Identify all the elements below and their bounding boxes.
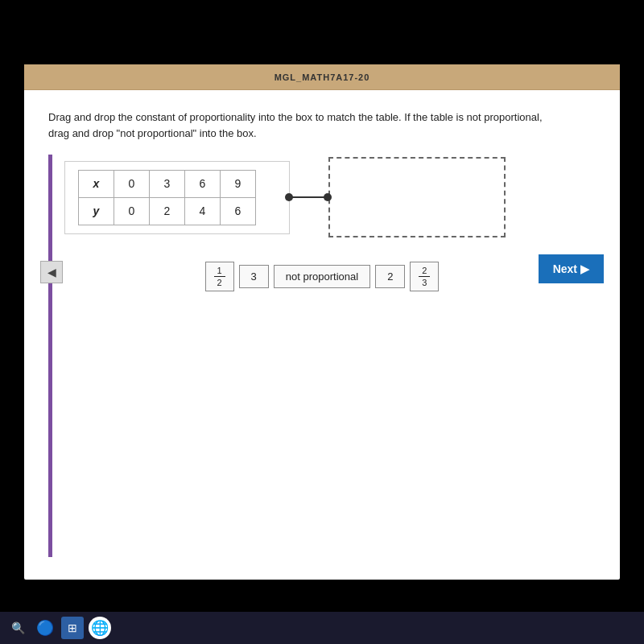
table-header-y: y [79, 197, 114, 225]
data-table-container: x 0 3 6 9 y 0 2 4 6 [64, 161, 290, 234]
black-top-bar [0, 0, 644, 64]
fraction-denominator-2: 3 [422, 278, 427, 287]
table-cell-y0: 0 [114, 197, 150, 225]
top-navigation-bar: MGL_MATH7A17-20 [24, 64, 620, 90]
back-button[interactable]: ◀ [40, 261, 63, 283]
drag-options-area: 1 2 3 not proportional 2 2 3 [48, 262, 596, 291]
table-cell-x9: 9 [221, 170, 256, 197]
connector-left-dot [285, 193, 293, 201]
table-cell-y4: 4 [185, 197, 221, 225]
drag-option-twothirds[interactable]: 2 3 [410, 262, 439, 291]
drag-option-half[interactable]: 1 2 [205, 262, 234, 291]
content-area: Drag and drop the constant of proportion… [24, 90, 620, 308]
drag-option-2[interactable]: 2 [375, 265, 405, 288]
fraction-numerator-2: 2 [422, 266, 427, 275]
answer-drop-box[interactable] [328, 157, 506, 237]
table-and-drop-area: x 0 3 6 9 y 0 2 4 6 [64, 157, 596, 237]
next-button[interactable]: Next ▶ [539, 254, 604, 283]
table-cell-y6: 6 [221, 197, 256, 225]
taskbar: 🔍 🔵 ⊞ 🌐 [0, 612, 644, 644]
table-cell-x6: 6 [185, 170, 221, 197]
connector [288, 195, 328, 200]
fraction-divider [214, 276, 225, 277]
table-header-x: x [79, 170, 114, 197]
back-arrow-icon: ◀ [47, 266, 56, 279]
connector-line [288, 196, 328, 198]
instruction-text: Drag and drop the constant of proportion… [48, 109, 564, 141]
table-row: x 0 3 6 9 [79, 170, 256, 197]
table-cell-x3: 3 [150, 170, 185, 197]
drag-option-3[interactable]: 3 [239, 265, 269, 288]
taskbar-grid-icon[interactable]: ⊞ [61, 617, 84, 639]
connector-right-dot [324, 193, 332, 201]
fraction-divider-2 [419, 276, 430, 277]
table-row: y 0 2 4 6 [79, 197, 256, 225]
next-label: Next [553, 262, 577, 275]
main-screen: MGL_MATH7A17-20 Drag and drop the consta… [24, 64, 620, 580]
taskbar-chrome-icon[interactable]: 🌐 [89, 617, 111, 639]
fraction-numerator: 1 [217, 266, 222, 275]
table-cell-x0: 0 [114, 170, 150, 197]
nav-bar-title: MGL_MATH7A17-20 [275, 72, 370, 82]
next-arrow-icon: ▶ [580, 262, 589, 275]
taskbar-search-icon[interactable]: 🔍 [6, 617, 29, 639]
taskbar-cortana-icon[interactable]: 🔵 [34, 617, 56, 639]
drag-option-not-proportional[interactable]: not proportional [274, 265, 370, 288]
table-cell-y2: 2 [150, 197, 185, 225]
fraction-denominator: 2 [217, 278, 222, 287]
data-table: x 0 3 6 9 y 0 2 4 6 [78, 170, 256, 225]
